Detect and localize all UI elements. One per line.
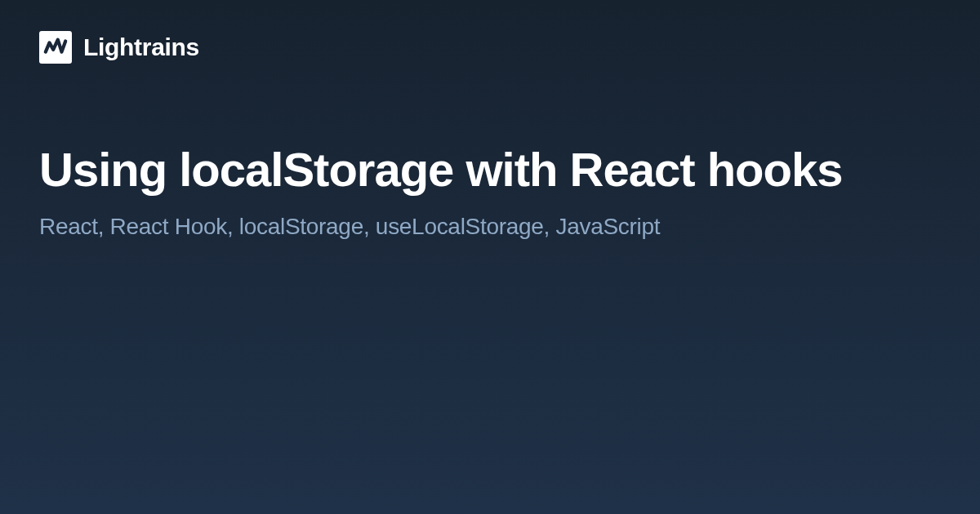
content: Using localStorage with React hooks Reac… xyxy=(0,95,980,240)
brand-name: Lightrains xyxy=(83,33,199,61)
header: Lightrains xyxy=(0,0,980,95)
logo-icon xyxy=(39,31,72,64)
tags-list: React, React Hook, localStorage, useLoca… xyxy=(39,214,941,240)
page-title: Using localStorage with React hooks xyxy=(39,144,941,196)
